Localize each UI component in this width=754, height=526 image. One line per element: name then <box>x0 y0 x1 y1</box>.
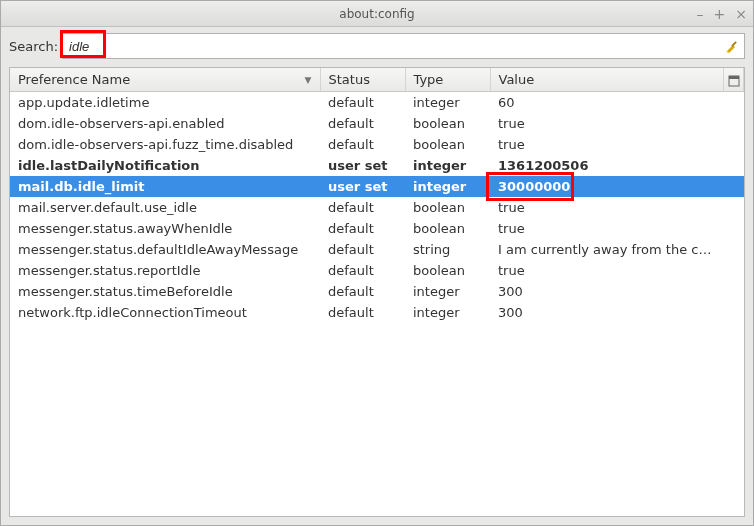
cell-name: app.update.idletime <box>10 92 320 114</box>
cell-status: default <box>320 113 405 134</box>
clear-search-icon[interactable] <box>723 37 741 55</box>
cell-value: true <box>490 260 724 281</box>
cell-type: boolean <box>405 197 490 218</box>
search-wrap <box>62 33 745 59</box>
cell-type: integer <box>405 281 490 302</box>
cell-name: idle.lastDailyNotification <box>10 155 320 176</box>
cell-value: I am currently away from the computer. <box>490 239 724 260</box>
search-bar: Search: <box>1 27 753 65</box>
preferences-table-wrap[interactable]: Preference Name ▼ Status Type Value app.… <box>9 67 745 517</box>
window-title: about:config <box>339 7 414 21</box>
table-row[interactable]: dom.idle-observers-api.enableddefaultboo… <box>10 113 744 134</box>
col-header-value[interactable]: Value <box>490 68 724 92</box>
titlebar: about:config – + × <box>1 1 753 27</box>
cell-type: integer <box>405 176 490 197</box>
cell-status: default <box>320 302 405 323</box>
cell-value: 30000000 <box>490 176 724 197</box>
minimize-button[interactable]: – <box>697 6 704 22</box>
cell-type: boolean <box>405 134 490 155</box>
cell-name: messenger.status.reportIdle <box>10 260 320 281</box>
cell-status: user set <box>320 176 405 197</box>
cell-status: default <box>320 197 405 218</box>
cell-status: default <box>320 281 405 302</box>
cell-type: boolean <box>405 260 490 281</box>
close-button[interactable]: × <box>735 6 747 22</box>
col-header-type-label: Type <box>414 72 444 87</box>
sort-indicator-icon: ▼ <box>305 75 312 85</box>
window-controls: – + × <box>697 1 747 26</box>
cell-status: default <box>320 218 405 239</box>
cell-name: dom.idle-observers-api.enabled <box>10 113 320 134</box>
table-header-row: Preference Name ▼ Status Type Value <box>10 68 744 92</box>
cell-value: true <box>490 113 724 134</box>
cell-name: network.ftp.idleConnectionTimeout <box>10 302 320 323</box>
cell-status: default <box>320 260 405 281</box>
table-row[interactable]: network.ftp.idleConnectionTimeoutdefault… <box>10 302 744 323</box>
cell-value: true <box>490 218 724 239</box>
col-header-type[interactable]: Type <box>405 68 490 92</box>
cell-status: default <box>320 92 405 114</box>
table-row[interactable]: dom.idle-observers-api.fuzz_time.disable… <box>10 134 744 155</box>
cell-value: 300 <box>490 281 724 302</box>
col-header-name-label: Preference Name <box>18 72 130 87</box>
table-row[interactable]: app.update.idletimedefaultinteger60 <box>10 92 744 114</box>
cell-status: default <box>320 239 405 260</box>
column-picker-button[interactable] <box>724 68 744 92</box>
cell-value: true <box>490 197 724 218</box>
cell-type: boolean <box>405 218 490 239</box>
cell-type: boolean <box>405 113 490 134</box>
cell-value: 60 <box>490 92 724 114</box>
table-row[interactable]: messenger.status.reportIdledefaultboolea… <box>10 260 744 281</box>
table-row[interactable]: mail.server.default.use_idledefaultboole… <box>10 197 744 218</box>
cell-status: user set <box>320 155 405 176</box>
table-row[interactable]: messenger.status.defaultIdleAwayMessaged… <box>10 239 744 260</box>
cell-status: default <box>320 134 405 155</box>
maximize-button[interactable]: + <box>714 6 726 22</box>
col-header-value-label: Value <box>499 72 535 87</box>
table-row[interactable]: idle.lastDailyNotificationuser setintege… <box>10 155 744 176</box>
cell-value: 1361200506 <box>490 155 724 176</box>
cell-type: integer <box>405 302 490 323</box>
cell-type: string <box>405 239 490 260</box>
table-row[interactable]: messenger.status.awayWhenIdledefaultbool… <box>10 218 744 239</box>
cell-name: mail.db.idle_limit <box>10 176 320 197</box>
col-header-status-label: Status <box>329 72 370 87</box>
about-config-window: about:config – + × Search: <box>0 0 754 526</box>
cell-type: integer <box>405 155 490 176</box>
cell-value: true <box>490 134 724 155</box>
cell-name: dom.idle-observers-api.fuzz_time.disable… <box>10 134 320 155</box>
search-input[interactable] <box>62 33 745 59</box>
table-row[interactable]: messenger.status.timeBeforeIdledefaultin… <box>10 281 744 302</box>
search-label: Search: <box>9 39 58 54</box>
cell-type: integer <box>405 92 490 114</box>
col-header-status[interactable]: Status <box>320 68 405 92</box>
cell-name: messenger.status.timeBeforeIdle <box>10 281 320 302</box>
table-row[interactable]: mail.db.idle_limituser setinteger3000000… <box>10 176 744 197</box>
svg-rect-0 <box>731 41 737 47</box>
table-body: app.update.idletimedefaultinteger60dom.i… <box>10 92 744 324</box>
col-header-name[interactable]: Preference Name ▼ <box>10 68 320 92</box>
cell-name: messenger.status.awayWhenIdle <box>10 218 320 239</box>
preferences-table: Preference Name ▼ Status Type Value app.… <box>10 68 744 323</box>
cell-name: messenger.status.defaultIdleAwayMessage <box>10 239 320 260</box>
svg-rect-2 <box>729 76 739 79</box>
cell-name: mail.server.default.use_idle <box>10 197 320 218</box>
cell-value: 300 <box>490 302 724 323</box>
